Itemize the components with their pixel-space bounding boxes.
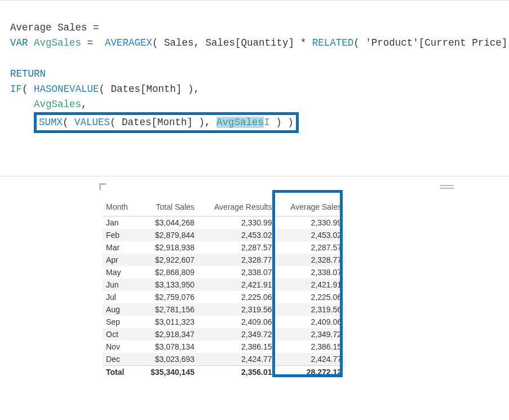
op-eq: = bbox=[81, 37, 99, 48]
cell-total-sales: $2,918,938 bbox=[137, 241, 198, 254]
table-row[interactable]: Sep$3,011,3232,409.062,409.06 bbox=[103, 316, 345, 328]
space bbox=[211, 117, 217, 128]
cell-average-results: 2,225.06 bbox=[198, 291, 275, 303]
table-row[interactable]: Feb$2,879,8442,453.022,453.02 bbox=[103, 229, 345, 241]
cell-average-sales: 2,225.06 bbox=[276, 291, 346, 303]
comma: , bbox=[81, 99, 87, 110]
cell-total-sales: $2,781,156 bbox=[137, 303, 198, 316]
measure-name: Average Sales bbox=[10, 22, 87, 33]
return-keyword: RETURN bbox=[10, 68, 46, 79]
cell-average-sales: 2,330.99 bbox=[276, 216, 346, 229]
cell-total-sales: $2,759,076 bbox=[137, 291, 198, 303]
cell-month: Dec bbox=[103, 353, 137, 366]
table-header-row: Month Total Sales Average Results Averag… bbox=[103, 192, 345, 216]
report-canvas[interactable]: Month Total Sales Average Results Averag… bbox=[0, 176, 509, 378]
args-averagex: ( Sales, Sales[Quantity] bbox=[152, 37, 300, 48]
table-row[interactable]: Jun$3,133,9502,421.912,421.91 bbox=[103, 278, 345, 291]
cell-average-results: 2,319.56 bbox=[198, 303, 275, 316]
cell-average-sales: 2,409.06 bbox=[276, 316, 346, 328]
cell-month: Apr bbox=[103, 254, 137, 266]
dax-formula-editor[interactable]: Average Sales = VAR AvgSales = AVERAGEX(… bbox=[0, 0, 509, 142]
cell-month: May bbox=[103, 266, 137, 278]
cell-average-sales-total: 28,272.12 bbox=[276, 366, 346, 379]
table-row[interactable]: Jul$2,759,0762,225.062,225.06 bbox=[103, 291, 345, 303]
args-hasonevalue: ( Dates[Month] ), bbox=[99, 83, 200, 95]
args-values: ( Dates[Month] ), bbox=[110, 117, 211, 128]
paren-open: ( bbox=[22, 83, 34, 95]
cell-month: Oct bbox=[103, 328, 137, 341]
op-multiply: * bbox=[300, 37, 307, 48]
cell-average-results: 2,453.02 bbox=[198, 229, 275, 241]
cell-average-sales: 2,328.77 bbox=[276, 254, 346, 266]
fn-sumx: SUMX bbox=[39, 117, 63, 128]
fn-if: IF bbox=[10, 83, 22, 95]
cell-average-sales: 2,349.72 bbox=[276, 328, 346, 341]
fn-averagex: AVERAGEX bbox=[99, 37, 153, 48]
var-keyword: VAR bbox=[10, 37, 28, 48]
cell-average-sales: 2,453.02 bbox=[276, 229, 346, 241]
cell-average-sales: 2,338.07 bbox=[276, 266, 346, 278]
cell-average-sales: 2,386.15 bbox=[276, 341, 346, 353]
cell-month: Jan bbox=[103, 216, 137, 229]
table-row[interactable]: May$2,868,8092,338.072,338.07 bbox=[103, 266, 345, 278]
table-row[interactable]: Aug$2,781,1562,319.562,319.56 bbox=[103, 303, 345, 316]
col-header-month[interactable]: Month bbox=[103, 192, 137, 216]
cell-month: Sep bbox=[103, 316, 137, 328]
cell-month: Aug bbox=[103, 303, 137, 316]
cell-average-sales: 2,287.57 bbox=[276, 241, 346, 254]
data-table: Month Total Sales Average Results Averag… bbox=[103, 192, 345, 378]
cell-average-results: 2,338.07 bbox=[198, 266, 275, 278]
fn-values: VALUES bbox=[74, 117, 110, 128]
highlighted-expression-box: SUMX( VALUES( Dates[Month] ), AvgSalesI … bbox=[34, 112, 299, 133]
cell-average-sales: 2,421.91 bbox=[276, 278, 346, 291]
col-header-total-sales[interactable]: Total Sales bbox=[137, 192, 198, 216]
table-row[interactable]: Nov$3,078,1342,386.152,386.15 bbox=[103, 341, 345, 353]
cell-average-results: 2,287.57 bbox=[198, 241, 275, 254]
cell-average-results: 2,330.99 bbox=[198, 216, 275, 229]
cell-average-results: 2,421.91 bbox=[198, 278, 275, 291]
cell-total-sales: $3,023,693 bbox=[137, 353, 198, 366]
table-row[interactable]: Oct$2,918,3472,349.722,349.72 bbox=[103, 328, 345, 341]
cell-total-sales: $3,044,268 bbox=[137, 216, 198, 229]
fn-hasonevalue: HASONEVALUE bbox=[34, 83, 99, 95]
cell-total-sales: $2,879,844 bbox=[137, 229, 198, 241]
cell-total-sales: $3,011,323 bbox=[137, 316, 198, 328]
cell-average-sales: 2,319.56 bbox=[276, 303, 346, 316]
cell-average-results: 2,349.72 bbox=[198, 328, 275, 341]
col-header-average-results[interactable]: Average Results bbox=[198, 192, 275, 216]
resize-handle-top-left[interactable] bbox=[99, 183, 106, 190]
cell-month: Jun bbox=[103, 278, 137, 291]
table-total-row: Total$35,340,1452,356.0128,272.12 bbox=[103, 366, 345, 379]
table-row[interactable]: Apr$2,922,6072,328.772,328.77 bbox=[103, 254, 345, 266]
cell-total-sales-sum: $35,340,145 bbox=[137, 366, 198, 379]
cell-average-sales: 2,424.77 bbox=[276, 353, 346, 366]
cell-month: Jul bbox=[103, 291, 137, 303]
cell-total-sales: $2,868,809 bbox=[137, 266, 198, 278]
varref-avgsales-2-selected: AvgSales bbox=[216, 117, 264, 128]
cell-average-results: 2,424.77 bbox=[198, 353, 275, 366]
closing-parens: ) ) bbox=[270, 117, 294, 128]
table-visual[interactable]: Month Total Sales Average Results Averag… bbox=[103, 187, 345, 378]
cell-total-label: Total bbox=[103, 366, 137, 379]
args-related: ( 'Product'[Current Price] ) ) bbox=[353, 37, 509, 48]
table-row[interactable]: Jan$3,044,2682,330.992,330.99 bbox=[103, 216, 345, 229]
cell-total-sales: $3,133,950 bbox=[137, 278, 198, 291]
table-row[interactable]: Mar$2,918,9382,287.572,287.57 bbox=[103, 241, 345, 254]
cell-average-results: 2,328.77 bbox=[198, 254, 275, 266]
cell-average-results: 2,409.06 bbox=[198, 316, 275, 328]
table-row[interactable]: Dec$3,023,6932,424.772,424.77 bbox=[103, 353, 345, 366]
cell-month: Mar bbox=[103, 241, 137, 254]
cell-total-sales: $2,918,347 bbox=[137, 328, 198, 341]
table-body: Jan$3,044,2682,330.992,330.99Feb$2,879,8… bbox=[103, 216, 345, 379]
drag-handle-icon[interactable] bbox=[439, 183, 455, 190]
var-decl-avgsales: AvgSales bbox=[34, 37, 81, 48]
col-header-average-sales[interactable]: Average Sales bbox=[276, 192, 346, 216]
fn-related: RELATED bbox=[306, 37, 353, 48]
cell-average-results-total: 2,356.01 bbox=[198, 366, 275, 379]
varref-avgsales-1: AvgSales bbox=[34, 99, 81, 110]
cell-month: Feb bbox=[103, 229, 137, 241]
cell-month: Nov bbox=[103, 341, 137, 353]
equals-sign: = bbox=[87, 22, 99, 33]
cell-total-sales: $3,078,134 bbox=[137, 341, 198, 353]
cell-total-sales: $2,922,607 bbox=[137, 254, 198, 266]
